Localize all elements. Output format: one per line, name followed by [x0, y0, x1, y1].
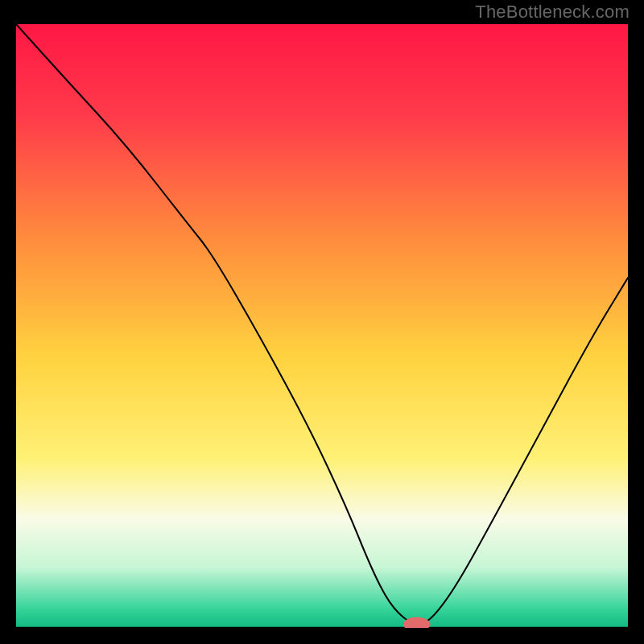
plot-area — [16, 24, 628, 628]
chart-frame: TheBottleneck.com — [0, 0, 644, 644]
watermark-text: TheBottleneck.com — [475, 2, 630, 23]
gradient-background — [16, 24, 628, 628]
bottleneck-chart — [16, 24, 628, 628]
